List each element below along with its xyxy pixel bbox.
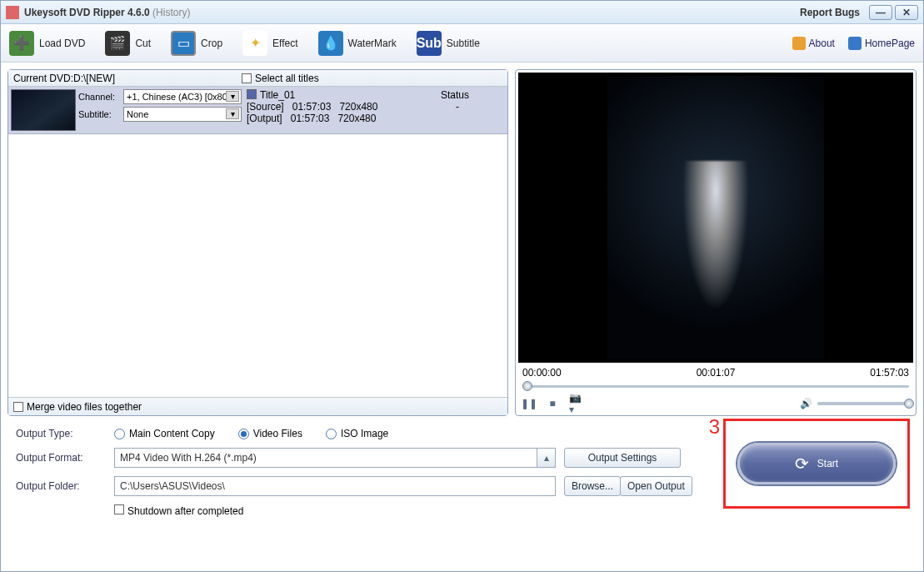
- minimize-button[interactable]: —: [869, 5, 892, 20]
- home-icon: [848, 37, 862, 50]
- titlebar: Ukeysoft DVD Ripper 4.6.0 (History) Repo…: [1, 1, 923, 24]
- open-output-button[interactable]: Open Output: [620, 476, 692, 496]
- shutdown-checkbox[interactable]: Shutdown after completed: [114, 504, 243, 517]
- app-title: Ukeysoft DVD Ripper 4.6.0 (History): [24, 7, 190, 18]
- preview-video: [518, 73, 913, 363]
- subtitle-button[interactable]: SubSubtitle: [417, 31, 480, 56]
- dvd-icon: ➕: [9, 31, 34, 56]
- radio-iso-image[interactable]: ISO Image: [326, 428, 388, 439]
- select-all-checkbox[interactable]: Select all titles: [242, 73, 319, 84]
- pause-button[interactable]: ❚❚: [522, 397, 536, 410]
- time-start: 00:00:00: [522, 367, 562, 379]
- subtitle-select[interactable]: None: [123, 107, 242, 122]
- cut-icon: 🎬: [105, 31, 130, 56]
- refresh-icon: ⟳: [795, 454, 809, 474]
- merge-checkbox[interactable]: Merge video files together: [8, 397, 507, 415]
- output-format-label: Output Format:: [16, 452, 114, 464]
- cut-button[interactable]: 🎬Cut: [105, 31, 151, 56]
- source-panel: Current DVD:D:\[NEW] Select all titles C…: [7, 69, 508, 416]
- time-current: 00:01:07: [697, 367, 736, 379]
- stop-button[interactable]: ■: [546, 397, 559, 410]
- title-name: Title_01: [260, 89, 295, 101]
- effect-icon: ✦: [242, 31, 267, 56]
- channel-label: Channel:: [78, 92, 123, 102]
- radio-video-files[interactable]: Video Files: [238, 428, 302, 439]
- close-button[interactable]: ✕: [895, 5, 918, 20]
- about-icon: [792, 37, 806, 50]
- seek-slider[interactable]: [522, 380, 909, 392]
- title-thumbnail: [11, 89, 76, 131]
- radio-main-content[interactable]: Main Content Copy: [114, 428, 215, 439]
- crop-icon: ▭: [171, 31, 196, 56]
- toolbar: ➕Load DVD 🎬Cut ▭Crop ✦Effect 💧WaterMark …: [1, 24, 923, 63]
- annotation-box: ⟳ Start: [723, 419, 910, 509]
- about-link[interactable]: About: [792, 37, 835, 50]
- start-button[interactable]: ⟳ Start: [737, 443, 896, 484]
- output-folder-label: Output Folder:: [16, 480, 114, 492]
- volume-slider[interactable]: [817, 402, 909, 405]
- subtitle-icon: Sub: [417, 31, 442, 56]
- snapshot-button[interactable]: 📷▾: [569, 397, 582, 410]
- title-checkbox[interactable]: [247, 89, 257, 99]
- browse-button[interactable]: Browse...: [564, 476, 621, 496]
- status-header: Status: [441, 89, 469, 101]
- time-end: 01:57:03: [870, 367, 909, 379]
- title-row[interactable]: Channel:+1, Chinese (AC3) [0x80] Subtitl…: [8, 87, 507, 134]
- report-bugs-link[interactable]: Report Bugs: [800, 7, 860, 18]
- homepage-link[interactable]: HomePage: [848, 37, 915, 50]
- preview-panel: 00:00:00 00:01:07 01:57:03 ❚❚ ■ 📷▾ 🔊: [515, 69, 917, 416]
- output-format-field[interactable]: MP4 Video With H.264 (*.mp4): [114, 448, 537, 468]
- status-value: -: [456, 101, 459, 113]
- subtitle-label: Subtitle:: [78, 109, 123, 119]
- crop-button[interactable]: ▭Crop: [171, 31, 222, 56]
- channel-select[interactable]: +1, Chinese (AC3) [0x80]: [123, 89, 242, 104]
- output-type-label: Output Type:: [16, 428, 114, 439]
- load-dvd-button[interactable]: ➕Load DVD: [9, 31, 85, 56]
- effect-button[interactable]: ✦Effect: [242, 31, 297, 56]
- current-dvd-label: Current DVD:D:\[NEW]: [8, 73, 242, 84]
- annotation-number: 3: [709, 415, 720, 439]
- output-settings-button[interactable]: Output Settings: [564, 448, 681, 468]
- output-folder-field[interactable]: C:\Users\ASUS\Videos\: [114, 476, 556, 496]
- app-logo-icon: [6, 6, 19, 19]
- volume-icon[interactable]: 🔊: [799, 397, 812, 410]
- format-dropdown-button[interactable]: ▴: [537, 448, 556, 468]
- watermark-icon: 💧: [318, 31, 343, 56]
- watermark-button[interactable]: 💧WaterMark: [318, 31, 397, 56]
